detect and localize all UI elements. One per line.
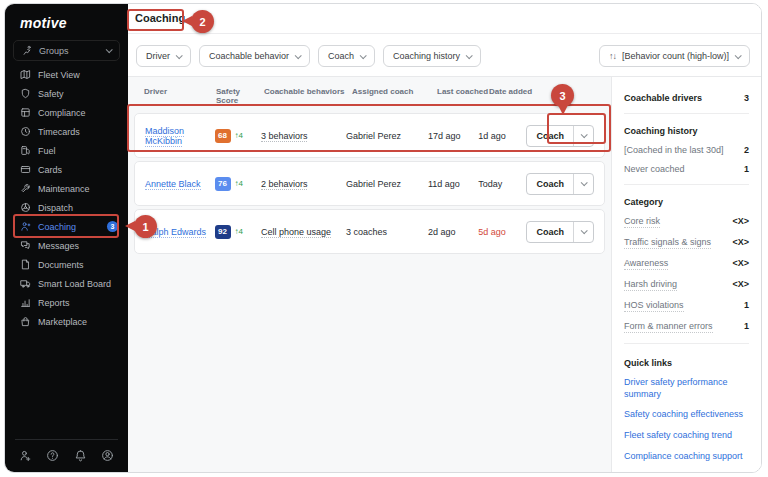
sidebar-item-messages[interactable]: Messages (5, 236, 128, 255)
chevron-down-icon[interactable] (573, 222, 593, 242)
stat-value: <X> (732, 279, 749, 289)
category-stat: Core risk <X> (624, 216, 749, 228)
annotation-marker-2: 2 (191, 10, 214, 33)
sidebar-item-label: Safety (38, 89, 64, 99)
stat-label[interactable]: HOS violations (624, 300, 684, 312)
sidebar-item-smart-load-board[interactable]: Smart Load Board (5, 274, 128, 293)
sidebar-item-fuel[interactable]: Fuel (5, 141, 128, 160)
stat-label: Never coached (624, 164, 685, 174)
quick-link[interactable]: Fleet safety coaching trend (624, 430, 749, 442)
stat-label[interactable]: Harsh driving (624, 279, 677, 291)
sidebar-nav: Fleet View Safety Compliance Timecards F… (5, 65, 128, 331)
wrench-icon (20, 183, 31, 194)
quick-link[interactable]: Driver safety performance summary (624, 377, 749, 400)
groups-selector[interactable]: Groups (13, 40, 120, 61)
sidebar-item-dispatch[interactable]: Dispatch (5, 198, 128, 217)
col-header-assigned-coach: Assigned coach (352, 87, 437, 105)
chevron-down-icon (735, 52, 742, 59)
account-icon[interactable] (101, 449, 114, 462)
coachable-drivers-stat: Coachable drivers 3 (624, 93, 749, 103)
sidebar-item-maintenance[interactable]: Maintenance (5, 179, 128, 198)
col-header-date-added: Date added (489, 87, 539, 105)
groups-icon (22, 45, 33, 56)
coach-button[interactable]: Coach (526, 221, 594, 243)
quick-links-title: Quick links (624, 358, 749, 368)
sidebar-item-label: Timecards (38, 127, 80, 137)
stat-value: <X> (732, 216, 749, 226)
document-icon (20, 259, 31, 270)
stat-value: 1 (744, 300, 749, 310)
sort-dropdown[interactable]: ↑↓ [Behavior count (high-low)] (599, 45, 750, 67)
stat-label[interactable]: Awareness (624, 258, 668, 270)
filter-coach[interactable]: Coach (318, 45, 375, 67)
assigned-coach: Gabriel Perez (346, 179, 428, 189)
table-row[interactable]: Ralph Edwards 92 ↑4 Cell phone usage 3 c… (134, 209, 605, 254)
stat-value: <X> (732, 237, 749, 247)
assigned-coach: Gabriel Perez (346, 131, 428, 141)
help-icon[interactable] (46, 449, 59, 462)
table-row[interactable]: Annette Black 76 ↑4 2 behaviors Gabriel … (134, 161, 605, 206)
sidebar-item-timecards[interactable]: Timecards (5, 122, 128, 141)
chevron-down-icon[interactable] (573, 126, 593, 146)
last-coached: 2d ago (428, 227, 478, 237)
quick-link[interactable]: Compliance coaching support (624, 451, 749, 463)
behaviors-link[interactable]: 3 behaviors (261, 131, 308, 142)
sidebar-item-compliance[interactable]: Compliance (5, 103, 128, 122)
chat-icon (20, 240, 31, 251)
stat-value: 3 (744, 93, 749, 103)
table-row[interactable]: Maddison McKibbin 68 ↑4 3 behaviors Gabr… (134, 113, 605, 158)
filter-bar: Driver Coachable behavior Coach Coaching… (136, 45, 481, 67)
driver-link[interactable]: Annette Black (145, 179, 201, 190)
stat-label[interactable]: Form & manner errors (624, 321, 713, 333)
stat-label[interactable]: Traffic signals & signs (624, 237, 711, 249)
driver-link[interactable]: Maddison McKibbin (145, 126, 184, 147)
safety-score-badge: 68 (215, 129, 231, 143)
stat-label: Coachable drivers (624, 93, 702, 103)
assigned-coach: 3 coaches (346, 227, 428, 237)
sidebar-item-label: Compliance (38, 108, 86, 118)
bell-icon[interactable] (74, 449, 87, 462)
sidebar-item-fleet-view[interactable]: Fleet View (5, 65, 128, 84)
sort-arrows-icon: ↑↓ (609, 51, 616, 61)
sidebar-item-reports[interactable]: Reports (5, 293, 128, 312)
filter-coaching-history[interactable]: Coaching history (383, 45, 481, 67)
page-header: Coaching (128, 4, 761, 34)
sidebar-item-coaching[interactable]: Coaching 3 (5, 217, 128, 236)
quick-link[interactable]: Safety coaching effectiveness (624, 409, 749, 421)
coach-button[interactable]: Coach (526, 173, 594, 195)
chevron-down-icon (176, 52, 183, 59)
sidebar-item-cards[interactable]: Cards (5, 160, 128, 179)
chevron-down-icon[interactable] (573, 174, 593, 194)
behaviors-link[interactable]: Cell phone usage (261, 227, 331, 238)
sidebar-item-label: Coaching (38, 222, 76, 232)
coach-button[interactable]: Coach (526, 125, 594, 147)
filter-driver[interactable]: Driver (136, 45, 191, 67)
filter-coachable-behavior[interactable]: Coachable behavior (199, 45, 310, 67)
score-trend: ↑4 (235, 227, 243, 236)
sidebar-item-documents[interactable]: Documents (5, 255, 128, 274)
score-trend: ↑4 (235, 179, 243, 188)
last-coached: 11d ago (428, 179, 478, 189)
sidebar-item-marketplace[interactable]: Marketplace (5, 312, 128, 331)
sidebar-item-label: Fleet View (38, 70, 80, 80)
sort-label: [Behavior count (high-low)] (622, 51, 729, 61)
sidebar: motive Groups Fleet View Safety Complian… (5, 4, 128, 472)
clock-icon (20, 126, 31, 137)
filter-label: Driver (146, 51, 170, 61)
sidebar-item-label: Marketplace (38, 317, 87, 327)
chevron-down-icon (360, 52, 367, 59)
sidebar-item-safety[interactable]: Safety (5, 84, 128, 103)
chevron-down-icon (106, 46, 113, 53)
chevron-down-icon (466, 52, 473, 59)
safety-score-badge: 76 (215, 177, 231, 191)
sidebar-item-label: Fuel (38, 146, 56, 156)
category-stat: Form & manner errors 1 (624, 321, 749, 333)
page-title: Coaching (135, 12, 185, 24)
col-header-coachable-behaviors: Coachable behaviors (264, 87, 352, 105)
behaviors-link[interactable]: 2 behaviors (261, 179, 308, 190)
stat-label[interactable]: Core risk (624, 216, 660, 228)
motive-logo: motive (5, 4, 128, 31)
groups-label: Groups (39, 46, 69, 56)
divider (624, 343, 749, 344)
add-user-icon[interactable] (19, 449, 32, 462)
